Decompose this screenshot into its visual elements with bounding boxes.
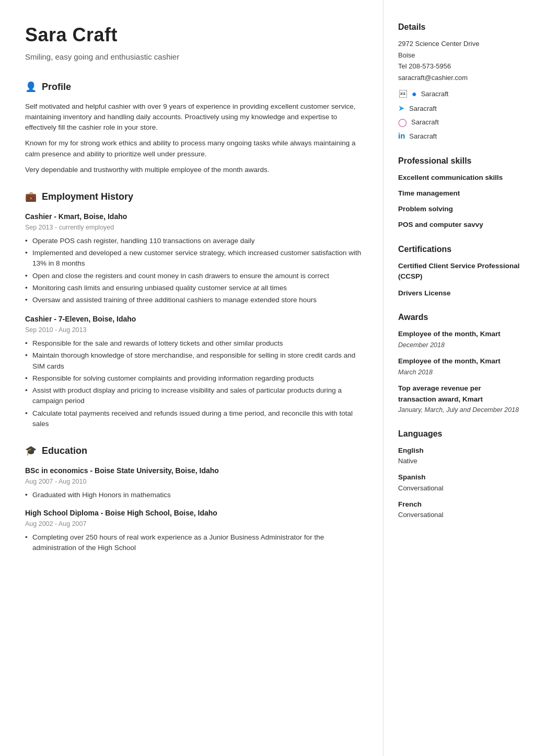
list-item: Monitoring cash limits and ensuring unbi… xyxy=(25,283,364,293)
social-twitter: ➤ Saracraft xyxy=(398,102,520,114)
skill-4: POS and computer savvy xyxy=(398,220,520,230)
details-tel: Tel 208-573-5956 xyxy=(398,61,520,72)
employment-section-title: 💼 Employment History xyxy=(25,190,364,204)
education-section-title: 🎓 Education xyxy=(25,444,364,458)
details-city: Boise xyxy=(398,50,520,61)
facebook-label: Saracraft xyxy=(421,89,449,99)
job-2-dates: Sep 2010 - Aug 2013 xyxy=(25,325,364,335)
facebook-icon-symbol: ● xyxy=(412,88,417,100)
awards-title: Awards xyxy=(398,311,520,324)
main-column: Sara Craft Smiling, easy going and enthu… xyxy=(0,0,383,756)
award-3: Top average revenue per transaction awar… xyxy=(398,383,520,415)
school-1-dates: Aug 2007 - Aug 2010 xyxy=(25,477,364,487)
language-3: French Conversational xyxy=(398,499,520,520)
cert-2: Drivers License xyxy=(398,288,520,299)
school-1-bullets: Graduated with High Honors in mathematic… xyxy=(25,490,364,500)
language-2-level: Conversational xyxy=(398,483,520,494)
details-email: saracraft@cashier.com xyxy=(398,73,520,83)
profile-para-2: Known for my for strong work ethics and … xyxy=(25,138,364,159)
skills-section: Professional skills Excellent communicat… xyxy=(398,155,520,231)
languages-title: Languages xyxy=(398,428,520,440)
facebook-icon:  xyxy=(398,88,408,100)
job-1-bullets: Operate POS cash register, handling 110 … xyxy=(25,236,364,306)
school-2-bullets: Completing over 250 hours of real work e… xyxy=(25,532,364,554)
award-1-date: December 2018 xyxy=(398,340,520,350)
job-2-title: Cashier - 7-Eleven, Boise, Idaho xyxy=(25,314,364,325)
school-1-title: BSc in economics - Boise State Universit… xyxy=(25,465,364,476)
social-instagram: ◯ Saracraft xyxy=(398,117,520,129)
twitter-label: Saracraft xyxy=(409,104,437,114)
skills-title: Professional skills xyxy=(398,155,520,167)
school-2: High School Diploma - Boise High School,… xyxy=(25,508,364,553)
award-2-title: Employee of the month, Kmart xyxy=(398,356,520,366)
profile-para-3: Very dependable and trustworthy with mul… xyxy=(25,165,364,175)
instagram-label: Saracraft xyxy=(411,117,439,128)
list-item: Completing over 250 hours of real work e… xyxy=(25,532,364,554)
job-1-title: Cashier - Kmart, Boise, Idaho xyxy=(25,211,364,222)
details-address: 2972 Science Center Drive xyxy=(398,39,520,49)
list-item: Assist with product display and pricing … xyxy=(25,385,364,407)
job-1: Cashier - Kmart, Boise, Idaho Sep 2013 -… xyxy=(25,211,364,305)
skill-2: Time management xyxy=(398,188,520,199)
language-1: English Native xyxy=(398,445,520,466)
language-3-name: French xyxy=(398,499,520,510)
skill-1: Excellent communication skills xyxy=(398,173,520,183)
award-3-date: January, March, July and December 2018 xyxy=(398,405,520,415)
language-1-name: English xyxy=(398,445,520,456)
profile-icon: 👤 xyxy=(25,80,37,94)
resume-name: Sara Craft xyxy=(25,21,364,49)
certifications-title: Certifications xyxy=(398,243,520,256)
job-1-dates: Sep 2013 - currently employed xyxy=(25,223,364,233)
school-1: BSc in economics - Boise State Universit… xyxy=(25,465,364,500)
languages-section: Languages English Native Spanish Convers… xyxy=(398,428,520,520)
language-2: Spanish Conversational xyxy=(398,472,520,493)
linkedin-icon: in xyxy=(398,130,405,142)
list-item: Graduated with High Honors in mathematic… xyxy=(25,490,364,500)
language-2-name: Spanish xyxy=(398,472,520,483)
list-item: Maintain thorough knowledge of store mer… xyxy=(25,350,364,372)
resume-tagline: Smiling, easy going and enthusiastic cas… xyxy=(25,51,364,63)
header-section: Sara Craft Smiling, easy going and enthu… xyxy=(25,21,364,63)
list-item: Implemented and developed a new customer… xyxy=(25,248,364,269)
certifications-section: Certifications Certified Client Service … xyxy=(398,243,520,299)
profile-para-1: Self motivated and helpful cashier with … xyxy=(25,101,364,133)
list-item: Calculate total payments received and re… xyxy=(25,408,364,430)
language-3-level: Conversational xyxy=(398,510,520,520)
skill-3: Problem solving xyxy=(398,204,520,214)
cert-1: Certified Client Service Professional (C… xyxy=(398,261,520,282)
details-section: Details 2972 Science Center Drive Boise … xyxy=(398,21,520,142)
education-section: 🎓 Education BSc in economics - Boise Sta… xyxy=(25,444,364,553)
employment-section: 💼 Employment History Cashier - Kmart, Bo… xyxy=(25,190,364,429)
list-item: Responsible for the sale and rewards of … xyxy=(25,338,364,349)
twitter-icon: ➤ xyxy=(398,102,405,114)
social-facebook:  ● Saracraft xyxy=(398,88,520,100)
social-linkedin: in Saracraft xyxy=(398,130,520,142)
list-item: Oversaw and assisted training of three a… xyxy=(25,295,364,305)
school-2-title: High School Diploma - Boise High School,… xyxy=(25,508,364,519)
award-2: Employee of the month, Kmart March 2018 xyxy=(398,356,520,377)
resume-page: Sara Craft Smiling, easy going and enthu… xyxy=(0,0,535,756)
language-1-level: Native xyxy=(398,456,520,466)
sidebar: Details 2972 Science Center Drive Boise … xyxy=(383,0,535,756)
list-item: Responsible for solving customer complai… xyxy=(25,373,364,384)
profile-section: 👤 Profile Self motivated and helpful cas… xyxy=(25,80,364,176)
details-title: Details xyxy=(398,21,520,33)
instagram-icon: ◯ xyxy=(398,117,407,129)
profile-section-title: 👤 Profile xyxy=(25,80,364,94)
list-item: Operate POS cash register, handling 110 … xyxy=(25,236,364,246)
award-2-date: March 2018 xyxy=(398,368,520,377)
award-1: Employee of the month, Kmart December 20… xyxy=(398,329,520,350)
awards-section: Awards Employee of the month, Kmart Dece… xyxy=(398,311,520,415)
school-2-dates: Aug 2002 - Aug 2007 xyxy=(25,519,364,529)
award-1-title: Employee of the month, Kmart xyxy=(398,329,520,339)
social-links:  ● Saracraft ➤ Saracraft ◯ Saracraft in… xyxy=(398,88,520,142)
job-2-bullets: Responsible for the sale and rewards of … xyxy=(25,338,364,429)
award-3-title: Top average revenue per transaction awar… xyxy=(398,383,520,405)
linkedin-label: Saracraft xyxy=(409,131,437,142)
list-item: Open and close the registers and count m… xyxy=(25,271,364,281)
employment-icon: 💼 xyxy=(25,190,37,204)
job-2: Cashier - 7-Eleven, Boise, Idaho Sep 201… xyxy=(25,314,364,429)
education-icon: 🎓 xyxy=(25,444,37,458)
